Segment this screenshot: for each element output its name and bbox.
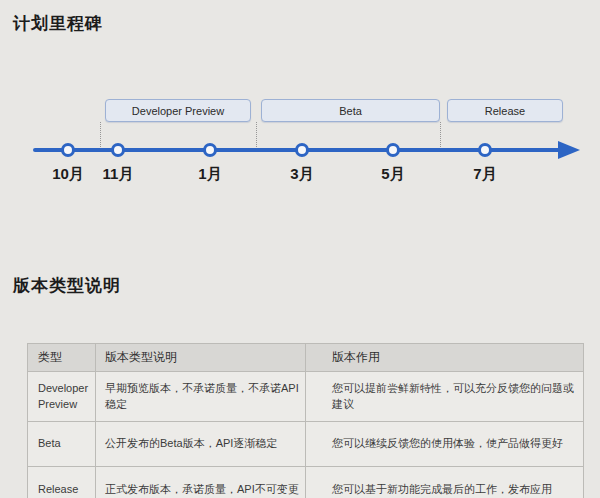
month-label-may: 5月: [363, 165, 423, 184]
timeline-dot-jan: [203, 143, 217, 157]
cell-type: Beta: [28, 422, 96, 467]
timeline-dot-mar: [295, 143, 309, 157]
cell-type: Release: [28, 467, 96, 498]
phase-label-release: Release: [485, 105, 525, 117]
phase-box-release: Release: [447, 99, 563, 122]
phase-connector-dotted-line: [256, 122, 257, 147]
cell-description: 正式发布版本，承诺质量，API不可变更: [96, 467, 306, 498]
milestones-title: 计划里程碑: [13, 12, 103, 35]
table-row: Developer Preview 早期预览版本，不承诺质量，不承诺API稳定 …: [28, 372, 584, 422]
header-description: 版本类型说明: [96, 344, 306, 372]
phase-box-beta: Beta: [261, 99, 440, 122]
timeline-dot-jul: [478, 143, 492, 157]
month-label-nov: 11月: [88, 165, 148, 184]
phase-connector-dotted-line: [100, 122, 101, 147]
cell-role: 您可以基于新功能完成最后的工作，发布应用: [306, 467, 584, 498]
month-label-jul: 7月: [455, 165, 515, 184]
phase-label-developer-preview: Developer Preview: [132, 105, 224, 117]
month-label-jan: 1月: [180, 165, 240, 184]
table-row: Beta 公开发布的Beta版本，API逐渐稳定 您可以继续反馈您的使用体验，使…: [28, 422, 584, 467]
cell-role: 您可以继续反馈您的使用体验，使产品做得更好: [306, 422, 584, 467]
month-label-mar: 3月: [272, 165, 332, 184]
timeline-dot-nov: [111, 143, 125, 157]
page: 计划里程碑 Developer Preview Beta Release 10月…: [0, 0, 600, 498]
timeline-arrowhead-icon: [558, 141, 580, 159]
header-type: 类型: [28, 344, 96, 372]
table-row: Release 正式发布版本，承诺质量，API不可变更 您可以基于新功能完成最后…: [28, 467, 584, 498]
cell-type: Developer Preview: [28, 372, 96, 422]
table-header-row: 类型 版本类型说明 版本作用: [28, 344, 584, 372]
phase-box-developer-preview: Developer Preview: [105, 99, 251, 122]
cell-description: 早期预览版本，不承诺质量，不承诺API稳定: [96, 372, 306, 422]
version-type-table: 类型 版本类型说明 版本作用 Developer Preview 早期预览版本，…: [27, 343, 584, 498]
versions-title: 版本类型说明: [13, 274, 121, 297]
timeline-dot-oct: [61, 143, 75, 157]
header-role: 版本作用: [306, 344, 584, 372]
phase-label-beta: Beta: [339, 105, 362, 117]
cell-role: 您可以提前尝鲜新特性，可以充分反馈您的问题或建议: [306, 372, 584, 422]
timeline-dot-may: [386, 143, 400, 157]
phase-connector-dotted-line: [440, 122, 441, 147]
cell-description: 公开发布的Beta版本，API逐渐稳定: [96, 422, 306, 467]
